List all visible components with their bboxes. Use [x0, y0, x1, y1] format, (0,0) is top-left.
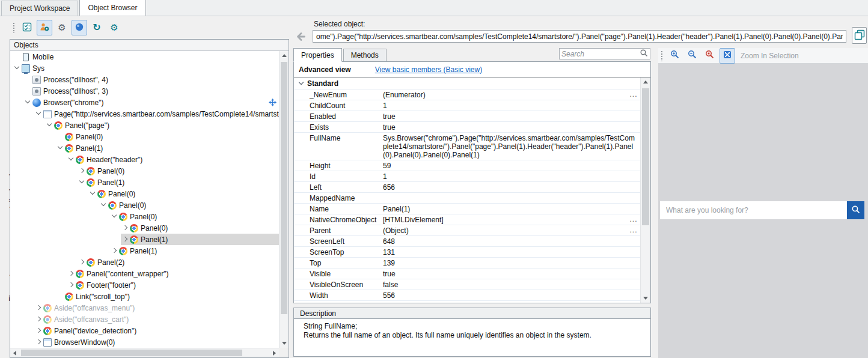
ellipsis-button[interactable]: ...: [627, 90, 640, 98]
expand-chevron-icon[interactable]: [34, 326, 43, 335]
collapse-chevron-icon[interactable]: [56, 144, 65, 153]
expand-chevron-icon[interactable]: [121, 235, 130, 244]
tree-item[interactable]: Aside("offcanvas_cart"): [10, 314, 279, 325]
property-row[interactable]: MappedName: [294, 193, 640, 204]
property-row[interactable]: ChildCount1: [294, 100, 640, 111]
property-row[interactable]: Height59: [294, 160, 640, 171]
tab-properties[interactable]: Properties: [293, 48, 342, 62]
zoom-reset-button[interactable]: [702, 48, 718, 64]
tree-item[interactable]: Panel(1): [10, 234, 279, 245]
collapse-chevron-icon[interactable]: [23, 98, 32, 107]
property-row[interactable]: Visibletrue: [294, 268, 640, 279]
scroll-down-icon[interactable]: [643, 297, 648, 300]
tab-object-browser[interactable]: Object Browser: [79, 0, 145, 16]
tree-item[interactable]: Panel(0): [10, 199, 279, 211]
tree-item[interactable]: Panel("content_wrapper"): [10, 268, 279, 279]
advanced-settings-button[interactable]: ⚙: [106, 20, 122, 35]
ellipsis-button[interactable]: ...: [627, 225, 640, 234]
property-row[interactable]: VisibleOnScreenfalse: [294, 279, 640, 290]
tab-project-workspace[interactable]: Project Workspace: [1, 1, 78, 16]
expand-chevron-icon[interactable]: [34, 338, 43, 347]
property-row[interactable]: Id1: [294, 171, 640, 182]
property-row[interactable]: Enabledtrue: [294, 111, 640, 122]
tree-item[interactable]: BrowserWindow(0): [10, 336, 279, 348]
expand-chevron-icon[interactable]: [121, 223, 130, 232]
tree-item[interactable]: Panel(0): [10, 222, 279, 234]
selected-object-input[interactable]: [313, 30, 846, 43]
scroll-right-icon[interactable]: [273, 351, 276, 356]
properties-scrollbar[interactable]: [640, 77, 650, 303]
tree-item[interactable]: Footer("footer"): [10, 279, 279, 291]
properties-search-input[interactable]: [561, 50, 640, 58]
back-button[interactable]: [293, 29, 309, 45]
property-row[interactable]: FullNameSys.Browser("chrome").Page("http…: [294, 133, 640, 160]
expand-chevron-icon[interactable]: [34, 303, 43, 312]
tree-item[interactable]: Aside("offcanvas_menu"): [10, 302, 279, 314]
horizontal-scroll-thumb[interactable]: [21, 350, 242, 356]
expand-chevron-icon[interactable]: [110, 246, 119, 255]
objects-horizontal-scrollbar[interactable]: [10, 348, 279, 357]
tree-item[interactable]: Browser("chrome"): [10, 97, 279, 108]
standard-group-header[interactable]: Standard: [294, 77, 650, 90]
tree-item[interactable]: Panel("device_detection"): [10, 325, 279, 336]
settings-button[interactable]: ⚙: [54, 20, 70, 35]
tree-item[interactable]: Header("header"): [10, 154, 279, 165]
scroll-up-icon[interactable]: [643, 80, 648, 83]
process-filter-button[interactable]: [37, 20, 52, 35]
basic-view-link[interactable]: View basic members (Basic view): [375, 65, 483, 74]
refresh-button[interactable]: ↻: [89, 20, 105, 35]
zoom-in-button[interactable]: [667, 48, 683, 64]
tree-item[interactable]: Process("dllhost", 4): [10, 74, 279, 85]
property-row[interactable]: NativeChromeObject[HTMLDivElement]...: [294, 214, 640, 225]
tab-methods[interactable]: Methods: [343, 49, 387, 61]
scroll-up-icon[interactable]: [282, 54, 287, 57]
property-row[interactable]: ScreenTop131: [294, 247, 640, 258]
tree-item[interactable]: Panel(1): [10, 177, 279, 188]
expand-chevron-icon[interactable]: [67, 281, 76, 290]
collapse-chevron-icon[interactable]: [99, 201, 108, 210]
ellipsis-button[interactable]: ...: [627, 214, 640, 223]
highlight-object-button[interactable]: [72, 20, 87, 35]
tree-item[interactable]: Sys: [10, 62, 279, 74]
zoom-selection-button[interactable]: [720, 48, 735, 64]
tree-item[interactable]: Panel(1): [10, 142, 279, 154]
tree-item[interactable]: Panel(0): [10, 165, 279, 177]
property-row[interactable]: Width556: [294, 290, 640, 301]
collapse-group-icon[interactable]: [298, 80, 305, 87]
vertical-scroll-thumb[interactable]: [281, 62, 287, 314]
tree-item[interactable]: Mobile: [10, 51, 279, 62]
checked-objects-button[interactable]: [19, 20, 35, 35]
property-row[interactable]: Parent(Object)...: [294, 225, 640, 236]
expand-chevron-icon[interactable]: [67, 269, 76, 278]
tree-item[interactable]: Panel(2): [10, 256, 279, 268]
tree-item[interactable]: Panel(1): [10, 245, 279, 256]
expand-chevron-icon[interactable]: [78, 258, 87, 267]
collapse-chevron-icon[interactable]: [67, 155, 76, 164]
property-row[interactable]: ScreenLeft648: [294, 236, 640, 247]
tree-item[interactable]: Panel("page"): [10, 120, 279, 131]
property-row[interactable]: Top139: [294, 258, 640, 268]
objects-vertical-scrollbar[interactable]: [279, 51, 289, 348]
tree-item[interactable]: Link("scroll_top"): [10, 291, 279, 302]
scroll-left-icon[interactable]: [13, 351, 16, 356]
scroll-down-icon[interactable]: [282, 342, 287, 345]
collapse-chevron-icon[interactable]: [88, 189, 97, 198]
page-search-input[interactable]: [660, 201, 847, 219]
collapse-chevron-icon[interactable]: [110, 212, 119, 221]
collapse-chevron-icon[interactable]: [45, 121, 54, 130]
properties-scroll-thumb[interactable]: [642, 88, 649, 225]
tree-item[interactable]: Panel(0): [10, 211, 279, 222]
zoom-out-button[interactable]: [685, 48, 700, 64]
collapse-chevron-icon[interactable]: [13, 64, 22, 73]
page-search-button[interactable]: [847, 201, 864, 219]
toolbar-grip[interactable]: [13, 22, 15, 33]
tree-item[interactable]: Page("http://services.smartbear.com/samp…: [10, 108, 279, 120]
tree-item[interactable]: Panel(0): [10, 131, 279, 142]
collapse-chevron-icon[interactable]: [34, 109, 43, 118]
property-row[interactable]: Left656: [294, 182, 640, 193]
expand-chevron-icon[interactable]: [34, 315, 43, 324]
expand-chevron-icon[interactable]: [78, 166, 87, 175]
toolbar-grip[interactable]: [661, 50, 663, 61]
property-row[interactable]: Existstrue: [294, 122, 640, 133]
map-object-button[interactable]: [852, 27, 867, 44]
